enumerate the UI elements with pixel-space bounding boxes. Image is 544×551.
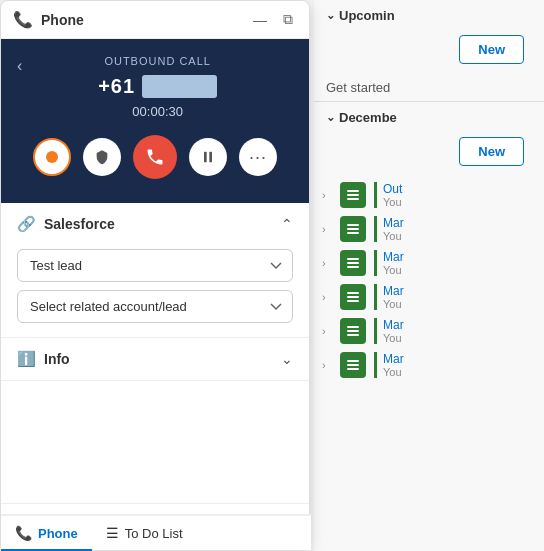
- event-bar: [374, 318, 377, 344]
- call-timer: 00:00:30: [22, 104, 293, 119]
- event-bar: [374, 352, 377, 378]
- footer-tab-todo[interactable]: ☰ To Do List: [92, 517, 197, 551]
- event-bar: [374, 284, 377, 310]
- sf-chevron-up-icon: ⌃: [281, 216, 293, 232]
- event-chevron-icon: ›: [322, 359, 334, 371]
- event-bar: [374, 216, 377, 242]
- info-icon: ℹ️: [17, 350, 36, 368]
- mute-button[interactable]: [83, 138, 121, 176]
- more-dots: ···: [249, 147, 267, 168]
- event-icon: [340, 318, 366, 344]
- call-label: OUTBOUND CALL: [22, 55, 293, 67]
- shield-icon: [94, 149, 110, 165]
- footer-phone-icon: 📞: [15, 525, 32, 541]
- call-number: +61: [22, 75, 293, 98]
- event-title: Mar: [383, 284, 404, 298]
- list-item[interactable]: › Mar You: [314, 314, 544, 348]
- upcoming-section: ⌄ Upcomin New Get started ⌄ Decembe New: [314, 0, 544, 178]
- event-sub: You: [383, 298, 404, 310]
- event-icon: [340, 250, 366, 276]
- phone-header: 📞 Phone — ⧉: [1, 1, 309, 39]
- link-icon: 🔗: [17, 215, 36, 233]
- salesforce-title: Salesforce: [44, 216, 281, 232]
- salesforce-section: 🔗 Salesforce ⌃ Test lead Select related …: [1, 203, 309, 338]
- event-icon: [340, 216, 366, 242]
- right-panel: ⌄ Upcomin New Get started ⌄ Decembe New …: [314, 0, 544, 551]
- event-list: › Out You › Mar You ›: [314, 178, 544, 551]
- lead-select[interactable]: Test lead: [17, 249, 293, 282]
- new-row-2: New: [314, 129, 544, 178]
- list-item[interactable]: › Mar You: [314, 348, 544, 382]
- event-chevron-icon: ›: [322, 189, 334, 201]
- divider-1: [314, 101, 544, 102]
- event-title: Mar: [383, 352, 404, 366]
- info-header[interactable]: ℹ️ Info ⌄: [1, 338, 309, 380]
- event-title: Out: [383, 182, 402, 196]
- event-content: Mar You: [383, 216, 404, 242]
- new-row-1: New: [314, 27, 544, 76]
- event-chevron-icon: ›: [322, 257, 334, 269]
- call-number-prefix: +61: [98, 75, 135, 97]
- hangup-button[interactable]: [133, 135, 177, 179]
- more-button[interactable]: ···: [239, 138, 277, 176]
- event-chevron-icon: ›: [322, 291, 334, 303]
- footer-tabbar: 📞 Phone ☰ To Do List: [1, 514, 311, 550]
- call-display: ‹ OUTBOUND CALL +61 00:00:30: [1, 39, 309, 203]
- phone-panel: 📞 Phone — ⧉ ‹ OUTBOUND CALL +61 00:00:30: [0, 0, 310, 551]
- footer-tab-phone-label: Phone: [38, 526, 78, 541]
- list-item[interactable]: › Mar You: [314, 246, 544, 280]
- call-number-blurred: [142, 75, 218, 98]
- upcoming-text: Upcomin: [339, 8, 395, 23]
- event-content: Mar You: [383, 318, 404, 344]
- event-sub: You: [383, 366, 404, 378]
- phone-icon: 📞: [13, 10, 33, 29]
- info-chevron-down-icon: ⌄: [281, 351, 293, 367]
- minimize-button[interactable]: —: [249, 10, 271, 30]
- december-chevron-icon: ⌄: [326, 111, 335, 124]
- event-chevron-icon: ›: [322, 223, 334, 235]
- event-sub: You: [383, 196, 402, 208]
- svg-rect-2: [209, 152, 212, 163]
- footer-tab-phone[interactable]: 📞 Phone: [1, 517, 92, 551]
- event-sub: You: [383, 230, 404, 242]
- event-title: Mar: [383, 216, 404, 230]
- info-title: Info: [44, 351, 281, 367]
- info-section: ℹ️ Info ⌄: [1, 338, 309, 381]
- new-button-2[interactable]: New: [459, 137, 524, 166]
- call-controls: ···: [17, 131, 293, 187]
- event-chevron-icon: ›: [322, 325, 334, 337]
- salesforce-body: Test lead Select related account/lead: [1, 245, 309, 337]
- expand-button[interactable]: ⧉: [279, 9, 297, 30]
- event-title: Mar: [383, 250, 404, 264]
- new-button-1[interactable]: New: [459, 35, 524, 64]
- event-content: Mar You: [383, 250, 404, 276]
- event-content: Mar You: [383, 352, 404, 378]
- hangup-icon: [145, 147, 165, 167]
- december-label: ⌄ Decembe: [314, 104, 544, 129]
- upcoming-chevron-icon: ⌄: [326, 9, 335, 22]
- record-button[interactable]: [33, 138, 71, 176]
- salesforce-header[interactable]: 🔗 Salesforce ⌃: [1, 203, 309, 245]
- event-bar: [374, 182, 377, 208]
- hold-button[interactable]: [189, 138, 227, 176]
- event-title: Mar: [383, 318, 404, 332]
- event-sub: You: [383, 264, 404, 276]
- get-started-text: Get started: [314, 76, 544, 99]
- december-text: Decembe: [339, 110, 397, 125]
- list-item[interactable]: › Out You: [314, 178, 544, 212]
- event-icon: [340, 284, 366, 310]
- record-icon: [45, 150, 59, 164]
- event-icon: [340, 352, 366, 378]
- list-item[interactable]: › Mar You: [314, 280, 544, 314]
- event-sub: You: [383, 332, 404, 344]
- event-icon: [340, 182, 366, 208]
- event-content: Out You: [383, 182, 402, 208]
- phone-title: Phone: [41, 12, 249, 28]
- footer-tab-todo-label: To Do List: [125, 526, 183, 541]
- account-select[interactable]: Select related account/lead: [17, 290, 293, 323]
- phone-header-actions: — ⧉: [249, 9, 297, 30]
- list-item[interactable]: › Mar You: [314, 212, 544, 246]
- pause-icon: [200, 149, 216, 165]
- footer-todo-icon: ☰: [106, 525, 119, 541]
- upcoming-label: ⌄ Upcomin: [314, 0, 544, 27]
